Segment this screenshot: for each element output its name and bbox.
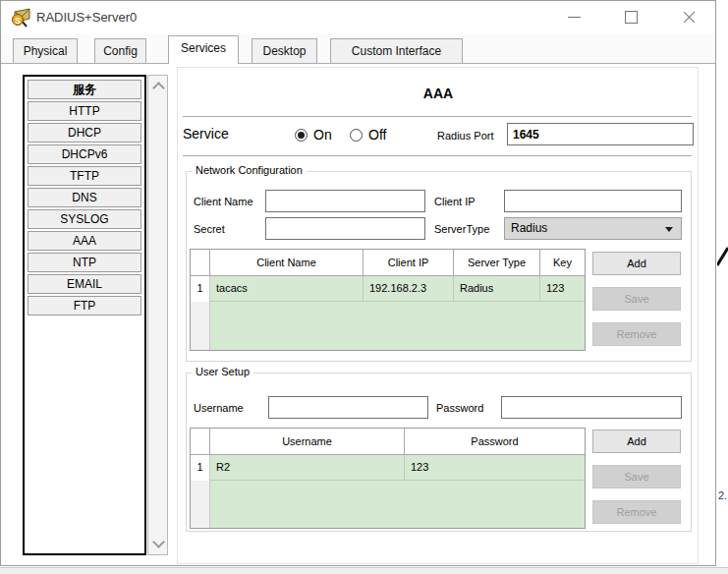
server-type-label: ServerType [434,223,489,235]
sidebar-item-tftp[interactable]: TFTP [28,166,141,186]
col-header-username: Username [210,429,405,455]
network-add-button[interactable]: Add [592,252,681,275]
sidebar-item-email[interactable]: EMAIL [28,274,141,294]
window-title: RADIUS+Server0 [36,10,137,25]
cell-client-ip[interactable]: 192.168.2.3 [364,276,454,302]
network-save-button[interactable]: Save [592,287,681,311]
row-number: 1 [191,276,210,302]
cell-username[interactable]: R2 [210,455,405,481]
maximize-icon [625,11,638,24]
services-list: 服务 HTTP DHCP DHCPv6 TFTP DNS SYSLOG AAA … [23,75,146,555]
cell-server-type[interactable]: Radius [454,276,540,302]
scroll-up-icon[interactable] [152,82,165,94]
tab-config[interactable]: Config [94,38,146,63]
password-label: Password [436,402,483,414]
tab-bar: Physical Config Services Desktop Custom … [1,33,715,64]
tab-desktop[interactable]: Desktop [252,38,317,63]
client-name-input[interactable] [265,190,425,212]
maximize-button[interactable] [609,1,654,33]
minimize-button[interactable] [552,1,597,33]
tab-services[interactable]: Services [168,35,239,64]
sidebar-item-ftp[interactable]: FTP [28,296,141,316]
user-remove-button[interactable]: Remove [592,500,681,524]
page-title: AAA [183,86,694,101]
table-filler [191,302,210,350]
server-type-select[interactable]: Radius [504,217,682,240]
client-name-label: Client Name [194,196,253,207]
user-setup-title: User Setup [192,366,253,377]
col-header-password: Password [405,429,585,455]
app-window: S RADIUS+Server0 Physical Config Service… [0,0,716,566]
sidebar-item-http[interactable]: HTTP [28,101,141,121]
cell-key[interactable]: 123 [540,276,585,302]
user-save-button[interactable]: Save [592,465,681,488]
close-button[interactable] [666,1,711,33]
secret-input[interactable] [265,217,425,240]
client-ip-label: Client IP [434,196,476,207]
client-ip-input[interactable] [504,190,682,212]
service-on-label[interactable]: On [313,127,332,143]
chevron-down-icon [665,227,673,232]
radius-port-input[interactable] [507,123,694,145]
table-filler [210,481,585,528]
services-header: 服务 [28,80,141,99]
radius-port-label: Radius Port [437,130,493,142]
background-partial-label: 2. [718,489,727,501]
app-icon: S [10,8,31,28]
cell-client-name[interactable]: tacacs [210,276,364,302]
divider [183,116,692,117]
table-filler [191,481,210,528]
cell-password[interactable]: 123 [405,455,585,481]
tab-custom-interface[interactable]: Custom Interface [330,38,463,63]
table-corner [191,250,210,276]
service-on-radio[interactable] [295,129,308,142]
col-header-server-type: Server Type [454,250,540,276]
title-bar[interactable]: S RADIUS+Server0 [1,1,715,33]
sidebar-item-dhcpv6[interactable]: DHCPv6 [28,144,141,164]
minimize-icon [568,17,581,18]
col-header-client-ip: Client IP [364,250,454,276]
tab-physical[interactable]: Physical [13,38,78,63]
sidebar-scrollbar[interactable] [147,75,168,555]
sidebar-item-syslog[interactable]: SYSLOG [28,209,141,229]
workspace-background: 2. [717,0,728,567]
row-number: 1 [191,455,210,481]
sidebar-item-dhcp[interactable]: DHCP [28,123,141,143]
network-configuration-title: Network Configuration [192,164,307,176]
service-label: Service [183,126,229,142]
sidebar-item-ntp[interactable]: NTP [28,253,141,272]
col-header-key: Key [540,250,585,276]
screen: 2. S RADIUS+Server0 Physical [0,0,728,574]
svg-text:S: S [15,16,21,26]
password-input[interactable] [501,396,682,419]
username-label: Username [194,402,244,414]
service-off-radio[interactable] [350,129,363,142]
username-input[interactable] [268,396,428,419]
server-type-value: Radius [511,221,547,235]
service-off-label[interactable]: Off [368,127,386,143]
secret-label: Secret [194,223,225,235]
users-table[interactable]: Username Password 1 R2 123 [190,428,586,529]
sidebar-item-aaa[interactable]: AAA [28,231,141,251]
sidebar-item-dns[interactable]: DNS [28,188,141,207]
desktop-bottom-strip [0,567,728,574]
table-corner [191,429,210,455]
user-add-button[interactable]: Add [592,430,681,453]
network-link-line [717,0,728,567]
divider [183,155,692,156]
table-filler [210,302,585,350]
col-header-client-name: Client Name [210,250,364,276]
network-clients-table[interactable]: Client Name Client IP Server Type Key 1 … [190,249,586,351]
scroll-down-icon[interactable] [152,536,165,548]
network-remove-button[interactable]: Remove [592,322,681,346]
